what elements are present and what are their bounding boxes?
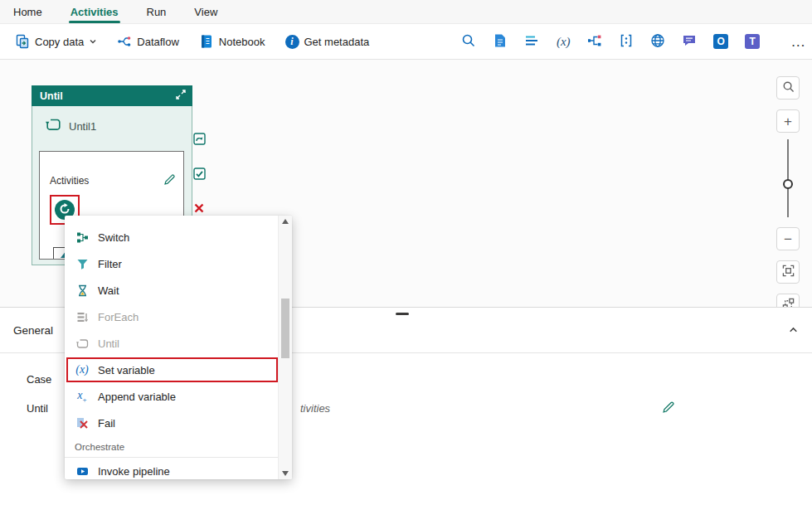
until-title-row: Until1 xyxy=(32,106,192,135)
search-icon xyxy=(782,80,795,95)
success-port-icon[interactable] xyxy=(193,168,206,180)
foreach-brackets-button[interactable] xyxy=(613,28,639,55)
ribbon-tab-bar: Home Activities Run View xyxy=(0,0,812,23)
section-header-label: Orchestrate xyxy=(75,442,124,452)
dataflow-button[interactable]: Dataflow xyxy=(110,29,186,54)
copy-data-button[interactable]: Copy data xyxy=(8,29,104,54)
completion-port-icon[interactable] xyxy=(193,133,206,145)
teams-icon: T xyxy=(745,34,760,49)
copy-data-icon xyxy=(15,34,30,49)
menu-item-append-variable[interactable]: x+ Append variable xyxy=(65,383,278,410)
menu-item-filter[interactable]: Filter xyxy=(65,250,278,277)
outlook-icon: O xyxy=(713,34,728,49)
activities-panel-header: Activities xyxy=(40,152,183,188)
scroll-up-icon[interactable] xyxy=(282,219,289,224)
menu-item-label: Until xyxy=(98,337,119,350)
notebook-label: Notebook xyxy=(219,36,265,48)
teams-button[interactable]: T xyxy=(739,28,766,55)
edit-property-button[interactable] xyxy=(662,401,675,416)
tab-view[interactable]: View xyxy=(194,0,217,23)
tab-activities[interactable]: Activities xyxy=(71,0,119,23)
info-glyph: i xyxy=(290,36,293,48)
stored-procedure-button[interactable] xyxy=(487,28,513,55)
menu-item-invoke-pipeline[interactable]: Invoke pipeline xyxy=(65,458,278,479)
append-plus-glyph: + xyxy=(83,396,87,404)
menu-item-label: Wait xyxy=(98,284,119,297)
menu-item-until[interactable]: Until xyxy=(65,330,278,357)
web-button[interactable] xyxy=(644,28,671,55)
get-metadata-label: Get metadata xyxy=(304,36,370,48)
until-activity-name: Until1 xyxy=(69,120,96,133)
search-button[interactable] xyxy=(455,28,482,55)
zoom-slider-thumb[interactable] xyxy=(783,179,793,189)
property-label-case: Case xyxy=(27,373,51,386)
menu-item-set-variable[interactable]: (x) Set variable xyxy=(65,357,278,383)
zoom-out-button[interactable]: − xyxy=(776,227,800,250)
switch-icon xyxy=(75,231,90,244)
canvas-search-button[interactable] xyxy=(776,76,800,100)
get-metadata-icon: i xyxy=(285,35,299,49)
until-loop-icon xyxy=(46,117,61,135)
branch-button[interactable] xyxy=(581,28,608,55)
web-icon xyxy=(650,33,665,51)
lookup-button[interactable] xyxy=(518,28,545,55)
scroll-down-icon[interactable] xyxy=(282,471,289,476)
search-icon xyxy=(461,33,476,51)
menu-item-label: Append variable xyxy=(98,391,176,403)
fail-icon xyxy=(75,417,90,430)
foreach-icon xyxy=(75,311,90,323)
menu-section-orchestrate: Orchestrate xyxy=(65,436,278,458)
zoom-in-button[interactable]: + xyxy=(776,109,800,133)
copy-data-label: Copy data xyxy=(35,36,84,48)
expand-icon[interactable] xyxy=(176,90,186,102)
menu-scrollbar[interactable] xyxy=(278,216,292,479)
scrollbar-thumb[interactable] xyxy=(281,299,289,358)
fit-to-screen-icon xyxy=(782,265,795,279)
edit-activities-button[interactable] xyxy=(163,173,176,188)
outlook-button[interactable]: O xyxy=(707,28,734,55)
menu-item-label: Set variable xyxy=(98,364,155,376)
panel-resize-handle[interactable] xyxy=(396,313,409,315)
chat-button[interactable] xyxy=(676,28,703,55)
failure-port-icon[interactable] xyxy=(193,202,206,215)
chevron-up-icon xyxy=(788,325,799,337)
zoom-fit-button[interactable] xyxy=(776,260,800,284)
menu-item-foreach[interactable]: ForEach xyxy=(65,303,278,330)
set-variable-glyph: (x) xyxy=(75,363,89,376)
get-metadata-button[interactable]: i Get metadata xyxy=(279,30,377,54)
zoom-slider-track xyxy=(787,139,789,217)
dataflow-icon xyxy=(117,34,132,49)
more-button[interactable]: … xyxy=(784,34,812,49)
until-header-title: Until xyxy=(40,90,63,102)
add-activity-menu: Switch Filter Wait ForEach Until xyxy=(65,216,292,479)
add-activity-icon xyxy=(59,203,71,217)
menu-item-wait[interactable]: Wait xyxy=(65,277,278,303)
menu-item-label: Invoke pipeline xyxy=(98,465,170,478)
activity-icon-group: (x) O T xyxy=(455,28,771,55)
activities-toolbar: Copy data Dataflow Notebook i Get metada… xyxy=(0,23,812,60)
property-value-fragment-2: tivities xyxy=(300,402,330,415)
tab-run[interactable]: Run xyxy=(147,0,167,23)
chat-icon xyxy=(682,33,697,51)
collapse-panel-button[interactable] xyxy=(788,324,799,337)
set-variable-button[interactable]: (x) xyxy=(550,28,576,55)
branch-icon xyxy=(587,33,602,51)
tab-general[interactable]: General xyxy=(13,324,53,337)
pencil-icon xyxy=(163,176,176,188)
until-activity-header[interactable]: Until xyxy=(32,85,192,106)
canvas-zoom-toolbar: + − xyxy=(776,76,800,317)
notebook-button[interactable]: Notebook xyxy=(192,29,272,54)
stored-procedure-icon xyxy=(493,33,508,51)
tab-home[interactable]: Home xyxy=(13,0,42,23)
append-variable-icon: x+ xyxy=(75,389,90,404)
set-variable-icon: (x) xyxy=(557,35,571,49)
filter-icon xyxy=(75,258,90,270)
zoom-slider[interactable] xyxy=(776,139,800,217)
activities-label: Activities xyxy=(50,175,89,187)
property-label-until: Until xyxy=(27,402,48,415)
foreach-brackets-icon xyxy=(619,33,634,51)
menu-item-fail[interactable]: Fail xyxy=(65,410,278,436)
chevron-down-icon[interactable] xyxy=(89,36,97,48)
notebook-icon xyxy=(199,34,214,49)
menu-item-switch[interactable]: Switch xyxy=(65,224,278,250)
